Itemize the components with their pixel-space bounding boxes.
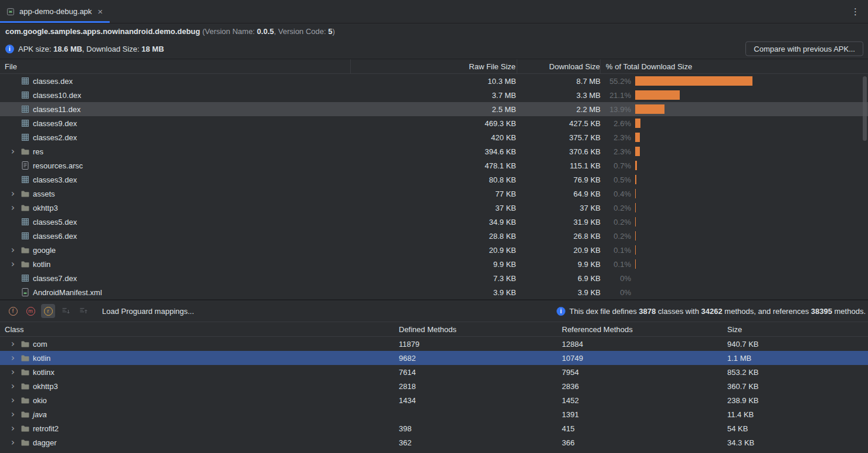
file-name-cell: ›assets [0,187,351,201]
file-name-cell: classes5.dex [0,215,351,229]
file-row-classes3.dex[interactable]: classes3.dex80.8 KB76.9 KB0.5% [0,173,868,187]
apk-size-text: APK size: 18.6 MB, Download Size: 18 MB [18,45,164,53]
show-fields-toggle[interactable]: f [6,304,20,318]
show-methods-toggle[interactable]: m [23,304,38,318]
download-pct: 0% [601,274,631,283]
file-name: kotlin [33,260,50,269]
pct-bar [635,189,636,198]
column-download-size[interactable]: Download Size [517,59,601,73]
chevron-right-icon[interactable]: › [8,438,18,447]
download-pct: 0.1% [601,260,631,269]
chevron-right-icon[interactable]: › [8,353,18,363]
column-referenced-methods[interactable]: Referenced Methods [562,325,727,334]
pct-bar [635,231,636,241]
kebab-menu-icon[interactable]: ⋮ [851,6,860,17]
collapse-all-button[interactable] [76,304,90,318]
chevron-right-icon[interactable]: › [8,203,18,212]
column-defined-methods[interactable]: Defined Methods [399,325,562,334]
download-size: 31.9 KB [517,218,601,226]
column-size[interactable]: Size [727,325,868,334]
chevron-right-icon[interactable]: › [8,367,18,377]
download-size: 2.2 MB [517,105,601,114]
file-row-google[interactable]: ›google20.9 KB20.9 KB0.1% [0,243,868,257]
file-row-classes11.dex[interactable]: classes11.dex2.5 MB2.2 MB13.9% [0,102,868,116]
chevron-right-icon[interactable]: › [8,245,18,255]
class-name: java [33,410,47,419]
class-row-kotlin[interactable]: ›kotlin9682107491.1 MB [0,351,868,365]
file-row-resources.arsc[interactable]: resources.arsc478.1 KB115.1 KB0.7% [0,158,868,173]
column-raw-file-size[interactable]: Raw File Size [351,59,517,73]
download-size: 9.9 KB [517,260,601,269]
chevron-right-icon[interactable]: › [8,189,18,198]
column-class[interactable]: Class [0,325,399,334]
close-icon[interactable]: × [98,7,103,16]
file-row-classes5.dex[interactable]: classes5.dex34.9 KB31.9 KB0.2% [0,215,868,229]
dex-icon [21,133,30,142]
file-name-cell: classes11.dex [0,102,351,116]
class-name: com [33,340,48,349]
class-size: 940.7 KB [727,340,868,349]
download-pct: 0% [601,288,631,297]
compare-apk-button[interactable]: Compare with previous APK... [745,42,863,56]
download-size: 20.9 KB [517,246,601,255]
chevron-right-icon[interactable]: › [8,410,18,419]
class-name: dagger [33,438,56,447]
class-row-kotlinx[interactable]: ›kotlinx76147954853.2 KB [0,365,868,379]
class-row-java[interactable]: ›java139111.4 KB [0,407,868,421]
chevron-right-icon[interactable]: › [8,381,18,391]
dex-info-pre: This dex file defines [569,307,639,316]
class-row-dagger[interactable]: ›dagger36236634.3 KB [0,435,868,449]
column-pct-of-total[interactable]: % of Total Download Size [601,59,868,73]
file-row-res[interactable]: ›res394.6 KB370.6 KB2.3% [0,144,868,158]
class-row-okhttp3[interactable]: ›okhttp328182836360.7 KB [0,379,868,393]
class-row-com[interactable]: ›com1187912884940.7 KB [0,337,868,351]
dex-info-post: methods. [832,307,866,316]
file-row-classes9.dex[interactable]: classes9.dex469.3 KB427.5 KB2.6% [0,116,868,130]
download-pct: 0.2% [601,218,631,226]
file-row-classes6.dex[interactable]: classes6.dex28.8 KB26.8 KB0.2% [0,229,868,243]
info-icon: i [5,45,14,53]
dex-info-mid2: methods, and references [723,307,811,316]
class-size: 360.7 KB [727,382,868,391]
show-methods-icon: m [26,307,35,316]
tab-apk-editor[interactable]: app-demo-debug.apk × [0,0,110,23]
chevron-right-icon[interactable]: › [8,259,18,269]
class-name-cell: ›com [0,337,399,351]
download-size: 427.5 KB [517,119,601,128]
file-row-AndroidManifest.xml[interactable]: AndroidManifest.xml3.9 KB3.9 KB0% [0,285,868,299]
class-name-cell: ›java [0,407,399,421]
expand-all-button[interactable] [59,304,73,318]
chevron-right-icon[interactable]: › [8,424,18,433]
dex-icon [21,231,30,241]
pct-bar [635,133,640,142]
pct-bar [635,217,636,226]
file-row-classes.dex[interactable]: classes.dex10.3 MB8.7 MB55.2% [0,74,868,88]
dex-classes-count: 3878 [639,307,656,316]
class-size: 1.1 MB [727,354,868,363]
file-row-okhttp3[interactable]: ›okhttp337 KB37 KB0.2% [0,201,868,215]
download-size: 3.9 KB [517,288,601,297]
class-row-okio[interactable]: ›okio14341452238.9 KB [0,393,868,407]
show-references-toggle[interactable]: r [41,304,55,318]
file-row-classes2.dex[interactable]: classes2.dex420 KB375.7 KB2.3% [0,130,868,144]
raw-file-size: 3.7 MB [351,91,517,100]
file-name: okhttp3 [33,204,58,212]
chevron-right-icon[interactable]: › [8,339,18,349]
chevron-right-icon[interactable]: › [8,395,18,405]
raw-file-size: 28.8 KB [351,232,517,241]
pct-bar [635,259,636,269]
file-row-classes10.dex[interactable]: classes10.dex3.7 MB3.3 MB21.1% [0,88,868,102]
scrollbar-thumb[interactable] [863,76,867,141]
file-row-classes7.dex[interactable]: classes7.dex7.3 KB6.9 KB0% [0,271,868,285]
pct-bar-cell [631,130,868,144]
file-row-kotlin[interactable]: ›kotlin9.9 KB9.9 KB0.1% [0,257,868,271]
download-size: 6.9 KB [517,274,601,283]
class-row-retrofit2[interactable]: ›retrofit239841554 KB [0,421,868,435]
chevron-right-icon[interactable]: › [8,147,18,156]
load-proguard-link[interactable]: Load Proguard mappings... [102,307,194,316]
download-pct: 55.2% [601,77,631,86]
column-file[interactable]: File [0,59,351,73]
download-size: 76.9 KB [517,175,601,184]
file-row-assets[interactable]: ›assets77 KB64.9 KB0.4% [0,187,868,201]
class-name: okhttp3 [33,382,58,391]
